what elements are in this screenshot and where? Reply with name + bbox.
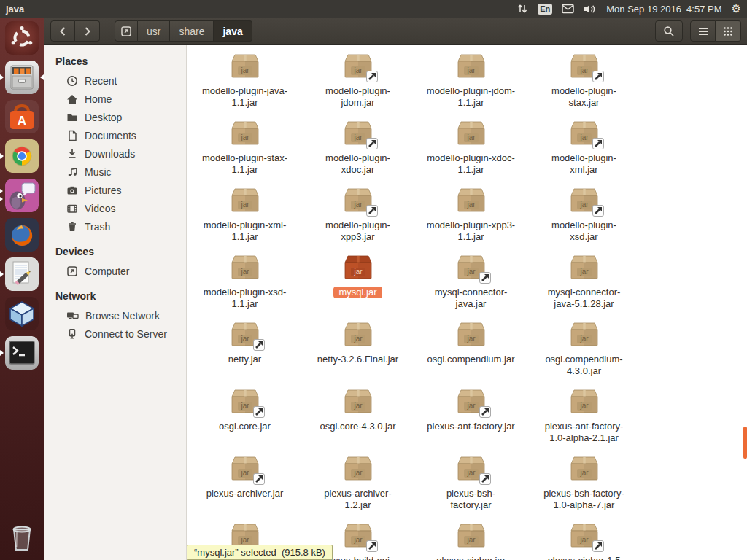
document-icon	[66, 130, 78, 141]
file-item[interactable]: jar modello-plugin-xsd.jar	[527, 182, 640, 249]
back-chevron-icon	[59, 26, 66, 36]
svg-text:jar: jar	[466, 536, 476, 544]
file-item[interactable]: jar osgi.compendium.jar	[414, 316, 527, 384]
sidebar-item-desktop[interactable]: Desktop	[44, 108, 186, 126]
launcher-item-firefox[interactable]	[0, 216, 44, 254]
file-item[interactable]: jar mysql-connector-java-5.1.28.jar	[527, 249, 640, 316]
clock-icon	[66, 75, 78, 87]
file-name-label: modello-plugin-xdoc-1.1.jar	[427, 152, 516, 176]
sidebar-item-documents[interactable]: Documents	[44, 126, 186, 144]
selection-status-tooltip: “mysql.jar” selected (915.8 kB)	[187, 545, 333, 560]
sidebar-item-computer[interactable]: Computer	[44, 262, 186, 280]
software-center-icon: A	[5, 100, 39, 133]
grid-view-button[interactable]	[716, 20, 741, 42]
symlink-emblem-icon	[253, 473, 265, 485]
svg-text:jar: jar	[579, 469, 589, 477]
sidebar-item-browse-network[interactable]: Browse Network	[44, 306, 186, 324]
file-item[interactable]: jar plexus-bsh-factory.jar	[414, 451, 527, 518]
clock[interactable]: Mon Sep 19 2016 4:57 PM	[606, 4, 721, 15]
file-item[interactable]: jar modello-plugin-stax-1.1.jar	[188, 115, 301, 182]
file-item[interactable]: jar modello-plugin-xsd-1.1.jar	[188, 249, 301, 316]
launcher-item-pidgin[interactable]	[0, 176, 44, 214]
file-name-label: mysql.jar	[333, 287, 382, 298]
launcher-item-dash[interactable]	[0, 19, 44, 57]
file-item[interactable]: jar modello-plugin-xpp3-1.1.jar	[414, 182, 527, 249]
launcher-item-trash[interactable]	[0, 518, 44, 556]
sidebar-item-trash[interactable]: Trash	[44, 217, 186, 236]
file-item[interactable]: jar plexus-cipher.jar	[414, 518, 527, 560]
jar-file-icon: jar	[454, 316, 489, 351]
volume-icon[interactable]	[584, 4, 597, 15]
forward-button[interactable]	[75, 20, 100, 42]
file-item[interactable]: jar netty.jar	[188, 316, 301, 384]
sidebar-item-music[interactable]: Music	[44, 163, 186, 181]
launcher-item-gedit[interactable]	[0, 255, 44, 293]
jar-file-icon: jar	[341, 451, 376, 486]
back-button[interactable]	[50, 20, 75, 42]
scrollbar-thumb[interactable]	[743, 427, 747, 459]
launcher-item-terminal[interactable]	[0, 334, 44, 372]
breadcrumb-usr[interactable]: usr	[138, 20, 170, 42]
sidebar-item-connect-to-server[interactable]: Connect to Server	[44, 324, 186, 343]
file-item[interactable]: jar modello-plugin-xdoc-1.1.jar	[414, 115, 527, 182]
launcher-item-software-center[interactable]: A	[0, 98, 44, 136]
list-view-button[interactable]	[690, 20, 716, 42]
file-item[interactable]: jar modello-plugin-xml.jar	[527, 115, 640, 182]
sidebar-label: Browse Network	[85, 310, 160, 322]
symlink-emblem-icon	[366, 540, 378, 552]
file-item[interactable]: jar mysql.jar	[301, 249, 414, 316]
file-item[interactable]: jar modello-plugin-xdoc.jar	[301, 115, 414, 182]
jar-file-icon: jar	[341, 115, 376, 150]
jar-file-icon: jar	[567, 115, 602, 150]
file-name-label: plexus-archiver-1.2.jar	[314, 488, 403, 511]
updown-arrows-icon[interactable]	[516, 3, 528, 15]
file-item[interactable]: jar osgi.core.jar	[188, 384, 301, 451]
file-item[interactable]: jar osgi.core-4.3.0.jar	[301, 384, 414, 451]
file-name-label: osgi.core-4.3.0.jar	[320, 421, 395, 432]
file-item[interactable]: jar plexus-ant-factory.jar	[414, 384, 527, 451]
mail-icon[interactable]	[562, 4, 574, 14]
file-item[interactable]: jar modello-plugin-jdom-1.1.jar	[414, 48, 527, 115]
sidebar-item-home[interactable]: Home	[44, 90, 186, 108]
keyboard-layout-badge[interactable]: En	[538, 4, 552, 15]
sidebar-item-downloads[interactable]: Downloads	[44, 144, 186, 163]
file-item[interactable]: jar plexus-archiver-1.2.jar	[301, 451, 414, 518]
search-button[interactable]	[655, 20, 683, 42]
sidebar-item-recent[interactable]: Recent	[44, 71, 186, 90]
running-indicator	[0, 271, 4, 277]
jar-file-icon: jar	[567, 182, 602, 217]
symlink-emblem-icon	[366, 138, 378, 149]
nautilus-toolbar: usr share java	[44, 18, 747, 45]
file-item[interactable]: jar modello-plugin-java-1.1.jar	[188, 48, 301, 115]
launcher-item-chrome[interactable]	[0, 137, 44, 175]
launcher-item-files[interactable]	[0, 58, 44, 96]
file-item[interactable]: jar modello-plugin-jdom.jar	[301, 48, 414, 115]
file-name-label: modello-plugin-xml.jar	[540, 152, 629, 176]
svg-text:jar: jar	[240, 133, 249, 141]
file-item[interactable]: jar modello-plugin-xml-1.1.jar	[188, 182, 301, 249]
breadcrumb-drive-button[interactable]	[115, 20, 138, 42]
file-name-label: plexus-bsh-factory.jar	[427, 488, 516, 511]
file-item[interactable]: jar modello-plugin-xpp3.jar	[301, 182, 414, 249]
ubuntu-dash-icon	[5, 21, 39, 55]
breadcrumb-java[interactable]: java	[214, 20, 252, 42]
sidebar-item-videos[interactable]: Videos	[44, 199, 186, 217]
symlink-emblem-icon	[479, 406, 491, 418]
launcher-item-virtualbox[interactable]	[0, 295, 44, 332]
file-item[interactable]: jar plexus-ant-factory-1.0-alpha-2.1.jar	[527, 384, 640, 451]
file-item[interactable]: jar plexus-archiver.jar	[188, 451, 301, 518]
svg-text:jar: jar	[240, 402, 249, 410]
file-item[interactable]: jar plexus-bsh-factory-1.0-alpha-7.jar	[527, 451, 640, 518]
file-item[interactable]: jar osgi.compendium-4.3.0.jar	[527, 316, 640, 384]
file-item[interactable]: jar modello-plugin-stax.jar	[527, 48, 640, 115]
sidebar-label: Documents	[85, 130, 136, 141]
file-item[interactable]: jar plexus-cipher-1.5	[527, 518, 640, 560]
places-sidebar: Places Recent Home Desktop Documents	[44, 45, 187, 560]
breadcrumb-share[interactable]: share	[170, 20, 214, 42]
jar-file-icon: jar	[454, 48, 489, 83]
file-item[interactable]: jar netty-3.2.6.Final.jar	[301, 316, 414, 384]
session-gear-icon[interactable]: ⚙	[732, 4, 741, 15]
sidebar-label: Music	[85, 166, 112, 178]
file-item[interactable]: jar mysql-connector-java.jar	[414, 249, 527, 316]
sidebar-item-pictures[interactable]: Pictures	[44, 181, 186, 199]
